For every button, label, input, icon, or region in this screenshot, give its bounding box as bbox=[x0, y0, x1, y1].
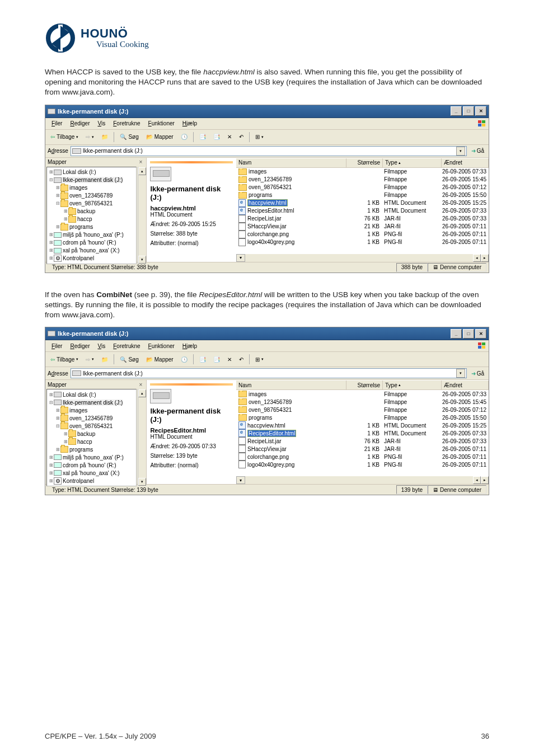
tree-expand-icon[interactable]: ⊞ bbox=[63, 209, 68, 214]
delete-button[interactable]: ✕ bbox=[224, 355, 235, 364]
tree-node[interactable]: ⊞oven_123456789 bbox=[47, 192, 136, 200]
col-modified[interactable]: Ændret bbox=[442, 381, 489, 389]
file-row[interactable]: logo40x40grey.png1 KBPNG-fil26-09-2005 0… bbox=[236, 461, 489, 468]
file-row[interactable]: RecipeList.jar76 KBJAR-fil26-09-2005 07:… bbox=[236, 437, 489, 445]
undo-button[interactable]: ↶ bbox=[236, 355, 246, 364]
up-button[interactable]: 📁 bbox=[99, 132, 111, 142]
menu-rediger[interactable]: Rediger bbox=[66, 342, 93, 350]
menu-foretrukne[interactable]: Foretrukne bbox=[109, 119, 144, 128]
tree-expand-icon[interactable]: ⊟ bbox=[55, 201, 60, 206]
tree-expand-icon[interactable]: ⊞ bbox=[48, 170, 54, 175]
panel-splitter-icon[interactable]: ▾ bbox=[236, 254, 245, 262]
tree-node[interactable]: ⊞programs bbox=[47, 223, 136, 231]
minimize-button[interactable]: _ bbox=[451, 106, 462, 116]
maximize-button[interactable]: □ bbox=[463, 106, 474, 116]
tree-node[interactable]: ⊟oven_987654321 bbox=[47, 200, 136, 208]
col-name[interactable]: Navn bbox=[236, 158, 346, 167]
file-row[interactable]: SHaccpView.jar21 KBJAR-fil26-09-2005 07:… bbox=[236, 445, 489, 453]
tree-expand-icon[interactable]: ⊟ bbox=[48, 177, 54, 182]
tree-node[interactable]: ⊟oven_987654321 bbox=[47, 422, 136, 430]
tree-node[interactable]: ⊞programs bbox=[47, 445, 136, 453]
address-dropdown-icon[interactable]: ▾ bbox=[456, 147, 465, 156]
tree-node[interactable]: ⊞cdrom på 'houno' (R:) bbox=[47, 461, 136, 469]
tree-node[interactable]: ⊞xal på 'houno_axa' (X:) bbox=[47, 469, 136, 477]
back-button[interactable]: ⇦ Tilbage ▾ bbox=[48, 132, 81, 142]
close-button[interactable]: ✕ bbox=[475, 329, 486, 339]
col-name[interactable]: Navn bbox=[236, 381, 346, 389]
folder-tree[interactable]: ⊞Lokal disk (I:)⊟Ikke-permanent disk (J:… bbox=[46, 389, 137, 486]
file-row[interactable]: colorchange.png1 KBPNG-fil26-09-2005 07:… bbox=[236, 231, 489, 238]
maximize-button[interactable]: □ bbox=[463, 329, 474, 339]
file-row[interactable]: haccpview.html1 KBHTML Document26-09-200… bbox=[236, 421, 489, 429]
hscroll-left-icon[interactable]: ◂ bbox=[473, 254, 481, 262]
hscroll-left-icon[interactable]: ◂ bbox=[473, 476, 481, 484]
close-button[interactable]: ✕ bbox=[475, 106, 486, 116]
tree-node[interactable]: ⊞backup bbox=[47, 430, 136, 438]
hscroll-right-icon[interactable]: ▸ bbox=[481, 476, 489, 484]
tree-node[interactable]: ⊞cdrom på 'houno' (R:) bbox=[47, 239, 136, 247]
file-row[interactable]: RecipesEditor.html1 KBHTML Document26-09… bbox=[236, 207, 489, 215]
search-button[interactable]: 🔍Søg bbox=[117, 132, 141, 142]
col-modified[interactable]: Ændret bbox=[442, 158, 489, 167]
scroll-up-icon[interactable]: ▴ bbox=[138, 167, 146, 175]
move-to-button[interactable]: 📑 bbox=[196, 355, 209, 364]
file-row[interactable]: programsFilmappe26-09-2005 15:50 bbox=[236, 414, 489, 421]
panel-splitter-icon[interactable]: ▾ bbox=[236, 476, 245, 484]
minimize-button[interactable]: _ bbox=[451, 329, 462, 339]
forward-button[interactable]: ⇨ ▾ bbox=[83, 132, 97, 142]
file-row[interactable]: oven_123456789Filmappe26-09-2005 15:45 bbox=[236, 398, 489, 406]
views-button[interactable]: ⊞▾ bbox=[252, 132, 266, 142]
tree-expand-icon[interactable]: ⊞ bbox=[48, 248, 54, 253]
tree-expand-icon[interactable]: ⊞ bbox=[55, 224, 60, 229]
file-row[interactable]: RecipesEditor.html1 KBHTML Document26-09… bbox=[236, 429, 489, 437]
col-type[interactable]: Type ▴ bbox=[383, 158, 442, 167]
hscroll-right-icon[interactable]: ▸ bbox=[481, 254, 489, 262]
file-row[interactable]: programsFilmappe26-09-2005 15:50 bbox=[236, 191, 489, 199]
menu-filer[interactable]: Filer bbox=[48, 342, 66, 350]
copy-to-button[interactable]: 📑 bbox=[210, 355, 223, 364]
tree-expand-icon[interactable]: ⊞ bbox=[63, 431, 68, 436]
file-row[interactable]: SHaccpView.jar21 KBJAR-fil26-09-2005 07:… bbox=[236, 223, 489, 231]
tree-node[interactable]: ⊞miljš på 'houno_axa' (P:) bbox=[47, 453, 136, 461]
tree-node[interactable]: ⊞xal på 'houno_axa' (X:) bbox=[47, 247, 136, 255]
file-row[interactable]: oven_123456789Filmappe26-09-2005 15:45 bbox=[236, 176, 489, 184]
tree-expand-icon[interactable]: ⊞ bbox=[48, 455, 54, 460]
tree-node[interactable]: ⊟Ikke-permanent disk (J:) bbox=[47, 176, 136, 184]
tree-expand-icon[interactable]: ⊟ bbox=[55, 424, 60, 429]
go-button[interactable]: ➜Gå bbox=[469, 370, 486, 377]
tree-node[interactable]: ⊞haccp bbox=[47, 438, 136, 445]
tree-close-button[interactable]: × bbox=[137, 381, 144, 388]
tree-expand-icon[interactable]: ⊞ bbox=[63, 217, 68, 222]
undo-button[interactable]: ↶ bbox=[236, 132, 246, 142]
folders-button[interactable]: 📂Mapper bbox=[143, 355, 176, 364]
col-size[interactable]: Størrelse bbox=[346, 381, 383, 389]
tree-expand-icon[interactable]: ⊞ bbox=[48, 240, 54, 245]
scroll-down-icon[interactable]: ▾ bbox=[138, 256, 146, 264]
tree-node[interactable]: ⊞⚙Kontrolpanel bbox=[47, 255, 136, 262]
forward-button[interactable]: ⇨ ▾ bbox=[83, 355, 97, 364]
file-row[interactable]: oven_987654321Filmappe26-09-2005 07:12 bbox=[236, 406, 489, 414]
file-row[interactable]: imagesFilmappe26-09-2005 07:33 bbox=[236, 390, 489, 398]
tree-scrollbar[interactable]: ▴▾ bbox=[138, 167, 146, 264]
menu-filer[interactable]: Filer bbox=[48, 119, 66, 128]
menu-foretrukne[interactable]: Foretrukne bbox=[109, 342, 144, 350]
go-button[interactable]: ➜Gå bbox=[469, 148, 486, 154]
tree-expand-icon[interactable]: ⊞ bbox=[55, 447, 60, 452]
tree-node[interactable]: ⊞images bbox=[47, 406, 136, 414]
menu-hjælp[interactable]: Hjælp bbox=[179, 342, 201, 350]
copy-to-button[interactable]: 📑 bbox=[210, 132, 223, 142]
tree-expand-icon[interactable]: ⊞ bbox=[48, 478, 54, 483]
file-row[interactable]: RecipeList.jar76 KBJAR-fil26-09-2005 07:… bbox=[236, 215, 489, 223]
tree-expand-icon[interactable]: ⊞ bbox=[63, 439, 68, 444]
history-button[interactable]: 🕓 bbox=[178, 355, 190, 364]
tree-expand-icon[interactable]: ⊞ bbox=[55, 408, 60, 413]
file-row[interactable]: imagesFilmappe26-09-2005 07:33 bbox=[236, 168, 489, 176]
folders-button[interactable]: 📂Mapper bbox=[143, 132, 176, 142]
up-button[interactable]: 📁 bbox=[99, 355, 111, 364]
file-row[interactable]: haccpview.html1 KBHTML Document26-09-200… bbox=[236, 199, 489, 207]
tree-node[interactable]: ⊞backup bbox=[47, 208, 136, 215]
tree-expand-icon[interactable]: ⊞ bbox=[55, 416, 60, 421]
file-row[interactable]: logo40x40grey.png1 KBPNG-fil26-09-2005 0… bbox=[236, 238, 489, 246]
menu-rediger[interactable]: Rediger bbox=[66, 119, 93, 128]
tree-expand-icon[interactable]: ⊞ bbox=[55, 193, 60, 198]
